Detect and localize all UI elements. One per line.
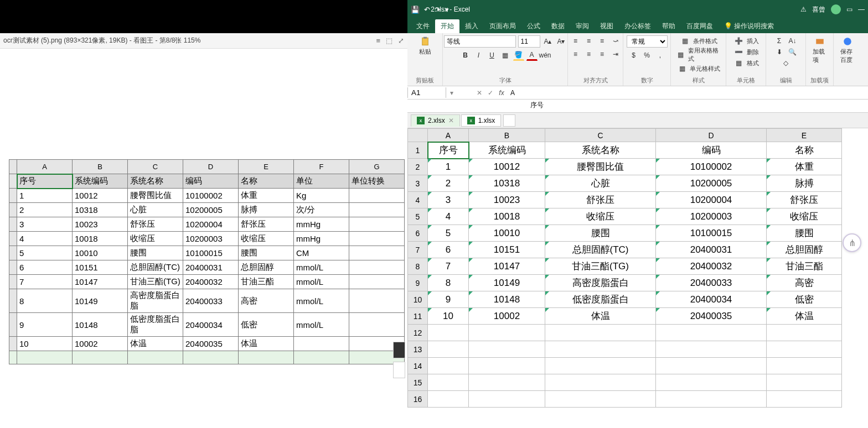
conditional-format-button[interactable]: ▦条件格式 [680, 35, 717, 46]
cell[interactable]: 10100002 [656, 159, 767, 175]
cell[interactable]: 收缩压 [767, 208, 842, 225]
baidu-save-button[interactable]: 保存百度 [838, 35, 857, 65]
cell[interactable] [656, 341, 767, 358]
cell[interactable]: 10149 [469, 275, 545, 291]
column-header-C[interactable]: C [545, 129, 656, 142]
cell[interactable]: 腰围 [545, 225, 656, 242]
orientation-icon[interactable]: ⤻ [610, 35, 621, 46]
minimize-icon[interactable]: — [858, 6, 865, 13]
ribbon-tab-开始[interactable]: 开始 [435, 19, 459, 33]
percent-icon[interactable]: % [642, 50, 653, 61]
cell[interactable]: 20400033 [656, 275, 767, 291]
cell[interactable] [767, 374, 842, 391]
cell[interactable]: 7 [428, 258, 469, 275]
row-header[interactable]: 16 [408, 391, 428, 408]
cell[interactable]: 甘油三酯 [767, 258, 842, 275]
insert-button[interactable]: ➕插入 [733, 35, 759, 46]
cell[interactable]: 20400032 [656, 258, 767, 275]
close-tab-icon[interactable]: ✕ [448, 117, 454, 124]
cell[interactable] [545, 374, 656, 391]
row-header[interactable]: 4 [408, 192, 428, 208]
decrease-font-icon[interactable]: A▾ [556, 36, 567, 47]
thumbnail[interactable] [393, 342, 405, 358]
underline-button[interactable]: U [487, 50, 498, 61]
select-all-corner[interactable] [408, 129, 428, 142]
font-size-select[interactable] [518, 35, 540, 48]
cell[interactable]: 10200005 [656, 175, 767, 192]
cell[interactable] [767, 358, 842, 374]
paste-button[interactable]: 粘贴 [417, 35, 433, 57]
ribbon-tab-公式[interactable]: 公式 [521, 19, 546, 33]
align-center-icon[interactable]: ≡ [583, 49, 595, 60]
fx-icon[interactable]: fx [496, 89, 507, 97]
number-format-select[interactable]: 常规 [627, 35, 668, 48]
cell[interactable]: 5 [428, 225, 469, 242]
cell[interactable]: 6 [428, 242, 469, 258]
tell-me-search[interactable]: 💡 操作说明搜索 [719, 19, 779, 33]
cell[interactable]: 10148 [469, 291, 545, 308]
delete-button[interactable]: ➖删除 [733, 46, 759, 58]
cell[interactable] [545, 341, 656, 358]
row-header[interactable]: 8 [408, 258, 428, 275]
row-header[interactable]: 14 [408, 358, 428, 374]
cell[interactable]: 体温 [545, 308, 656, 325]
cell[interactable] [656, 374, 767, 391]
font-color-button[interactable]: A [526, 50, 538, 61]
cell[interactable]: 9 [428, 291, 469, 308]
cell[interactable]: 心脏 [545, 175, 656, 192]
enter-icon[interactable]: ✓ [485, 89, 496, 97]
cell[interactable] [428, 325, 469, 341]
cell[interactable]: 总胆固醇 [767, 242, 842, 258]
cell[interactable] [469, 325, 545, 341]
font-name-select[interactable] [444, 35, 516, 48]
cell[interactable]: 名称 [767, 142, 842, 159]
cancel-icon[interactable]: ✕ [474, 89, 485, 97]
row-header[interactable]: 7 [408, 242, 428, 258]
cell[interactable]: 20400031 [656, 242, 767, 258]
cell[interactable]: 体温 [767, 308, 842, 325]
cell[interactable]: 10 [428, 308, 469, 325]
row-header[interactable]: 12 [408, 325, 428, 341]
column-header-D[interactable]: D [656, 129, 767, 142]
column-header-A[interactable]: A [428, 129, 469, 142]
cell[interactable]: 10147 [469, 258, 545, 275]
cell[interactable]: 甘油三酯(TG) [545, 258, 656, 275]
cell[interactable]: 10200004 [656, 192, 767, 208]
cell[interactable] [767, 341, 842, 358]
cell-styles-button[interactable]: ▦单元格样式 [676, 63, 720, 74]
name-box-dropdown-icon[interactable]: ▾ [446, 89, 457, 97]
cell[interactable]: 10023 [469, 192, 545, 208]
cell[interactable]: 序号 [428, 142, 469, 159]
cell[interactable]: 10100015 [656, 225, 767, 242]
phonetic-button[interactable]: wén [540, 50, 551, 61]
cell[interactable] [545, 325, 656, 341]
cell[interactable]: 10200003 [656, 208, 767, 225]
cell[interactable] [469, 341, 545, 358]
formula-bar[interactable]: A [507, 88, 868, 98]
fill-color-button[interactable]: 🪣 [513, 50, 524, 61]
fill-icon[interactable]: ⬇ [774, 46, 785, 58]
ribbon-tab-数据[interactable]: 数据 [546, 19, 570, 33]
cell[interactable]: 高密度脂蛋白 [545, 275, 656, 291]
cell[interactable] [428, 391, 469, 408]
spreadsheet-grid[interactable]: ABCDE 1序号系统编码系统名称编码名称2110012腰臀围比值1010000… [407, 128, 868, 428]
workbook-tab-2xlsx[interactable]: x 2.xlsx ✕ [411, 114, 460, 127]
ribbon-tab-帮助[interactable]: 帮助 [657, 19, 681, 33]
warn-icon[interactable]: ⚠ [800, 6, 807, 13]
cell[interactable]: 10151 [469, 242, 545, 258]
row-header[interactable]: 15 [408, 374, 428, 391]
ribbon-tab-审阅[interactable]: 审阅 [570, 19, 595, 33]
user-name[interactable]: 喜曾 [812, 5, 825, 14]
cell[interactable]: 8 [428, 275, 469, 291]
align-left-icon[interactable]: ≡ [570, 49, 581, 60]
comma-icon[interactable]: , [655, 50, 666, 61]
cell[interactable]: 2 [428, 175, 469, 192]
ribbon-tab-百度网盘[interactable]: 百度网盘 [681, 19, 719, 33]
row-header[interactable]: 5 [408, 208, 428, 225]
cell[interactable]: 收缩压 [545, 208, 656, 225]
increase-font-icon[interactable]: A▴ [542, 36, 554, 47]
column-header-E[interactable]: E [767, 129, 842, 142]
cell[interactable]: 低密 [767, 291, 842, 308]
new-tab-button[interactable] [503, 114, 515, 127]
cell[interactable]: 3 [428, 192, 469, 208]
